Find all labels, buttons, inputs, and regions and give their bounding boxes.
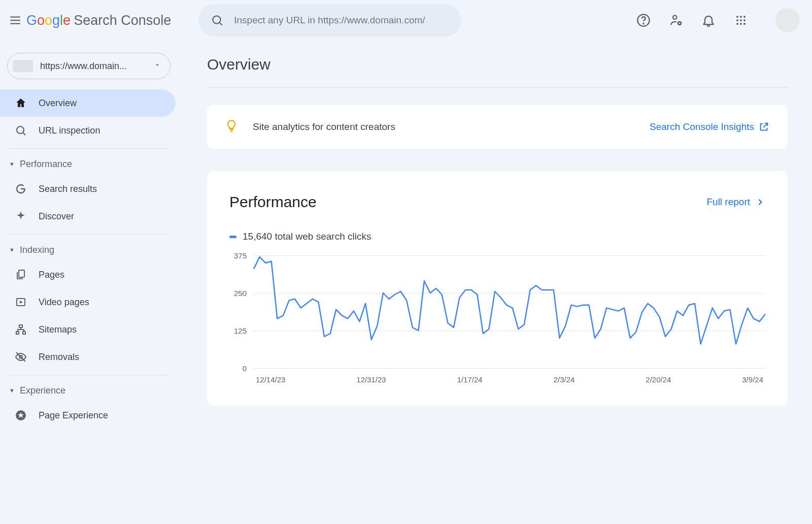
x-tick-label: 2/3/24 [554,375,575,384]
title-divider [207,87,788,88]
page-experience-icon [14,409,27,422]
sidebar-divider [9,375,168,375]
svg-point-18 [17,126,24,134]
svg-point-9 [736,16,738,18]
sidebar-item-label: Sitemaps [39,324,77,335]
svg-rect-23 [16,332,19,334]
svg-rect-20 [19,270,24,277]
sidebar-item-label: Pages [39,270,64,280]
pages-icon [14,268,27,281]
video-pages-icon [14,296,27,309]
brand-suffix: Search Console [74,13,171,28]
users-button[interactable] [669,13,683,27]
svg-line-4 [220,23,222,25]
sidebar-item-sitemaps[interactable]: Sitemaps [0,316,176,343]
svg-point-8 [678,22,681,24]
performance-chart: 3752501250 12/14/2312/31/231/17/242/3/24… [229,255,765,387]
chart-y-axis: 3752501250 [229,255,250,368]
x-tick-label: 12/14/23 [256,375,285,384]
search-container [198,4,461,37]
user-settings-icon [669,13,683,27]
svg-point-15 [736,23,738,25]
sidebar-item-label: Page Experience [39,410,108,421]
menu-button[interactable] [8,13,22,27]
insights-card: Site analytics for content creators Sear… [207,105,788,149]
sidebar-item-url-inspection[interactable]: URL inspection [0,117,176,144]
removals-icon [14,350,27,364]
sidebar-item-label: Overview [39,98,77,109]
sidebar-item-discover[interactable]: Discover [0,203,176,230]
sidebar-item-label: Removals [39,352,79,363]
sidebar-item-video-pages[interactable]: Video pages [0,288,176,316]
apps-button[interactable] [734,13,748,27]
chart-line [254,257,765,344]
chart-x-axis: 12/14/2312/31/231/17/242/3/242/20/243/9/… [254,375,765,384]
svg-point-6 [643,23,644,24]
chevron-down-icon: ▼ [9,161,15,167]
search-input[interactable] [234,15,449,26]
sidebar-item-label: Video pages [39,297,89,308]
chevron-down-icon: ▼ [9,247,15,253]
hamburger-icon [9,14,22,27]
svg-point-17 [743,23,746,25]
chevron-right-icon [755,197,765,207]
sidebar-item-pages[interactable]: Pages [0,261,176,288]
sidebar-group-indexing[interactable]: ▼ Indexing [0,239,178,261]
open-external-icon [758,121,769,133]
sidebar-item-overview[interactable]: Overview [0,89,176,117]
page-title: Overview [207,56,788,73]
svg-point-10 [740,16,742,18]
insights-link-label: Search Console Insights [650,121,754,133]
sidebar-group-label: Experience [20,385,65,396]
app-header: Google Search Console [0,0,812,41]
insights-text: Site analytics for content creators [253,121,395,133]
sidebar-item-page-experience[interactable]: Page Experience [0,402,176,429]
insights-link[interactable]: Search Console Insights [650,121,769,133]
chart-plot [254,255,765,368]
notifications-button[interactable] [701,13,716,27]
help-icon [636,13,651,27]
svg-point-14 [743,19,746,21]
sidebar-divider [9,234,168,235]
apps-grid-icon [735,14,747,26]
sitemap-icon [14,323,27,336]
lightbulb-icon [224,119,239,135]
sidebar-item-removals[interactable]: Removals [0,343,176,371]
x-tick-label: 2/20/24 [646,375,671,384]
sidebar-group-performance[interactable]: ▼ Performance [0,153,178,175]
help-button[interactable] [636,13,651,27]
sidebar: https://www.domain... Overview URL inspe… [0,41,178,524]
y-tick-label: 250 [234,289,247,298]
header-actions [636,8,800,32]
google-g-icon [14,182,27,195]
svg-point-11 [743,16,746,18]
x-tick-label: 3/9/24 [742,375,763,384]
property-favicon [13,60,33,72]
brand-logo: Google Search Console [26,13,171,28]
url-inspect-search[interactable] [198,4,461,37]
chart-legend: 15,640 total web search clicks [229,231,765,242]
sidebar-group-experience[interactable]: ▼ Experience [0,379,178,402]
main-content: Overview Site analytics for content crea… [178,41,812,524]
y-tick-label: 375 [234,251,247,260]
svg-point-3 [213,16,221,23]
y-tick-label: 0 [243,364,247,373]
performance-title: Performance [229,193,317,211]
sidebar-item-label: URL inspection [39,125,100,136]
legend-swatch [229,236,236,238]
sidebar-group-label: Performance [20,159,72,170]
full-report-link[interactable]: Full report [706,196,765,208]
svg-rect-22 [19,325,22,328]
x-tick-label: 1/17/24 [457,375,483,384]
discover-icon [14,210,27,223]
sidebar-item-label: Search results [39,184,97,194]
legend-label: 15,640 total web search clicks [243,231,371,242]
svg-point-12 [736,19,738,21]
sidebar-item-search-results[interactable]: Search results [0,175,176,203]
sidebar-group-label: Indexing [20,245,54,255]
search-icon [211,14,224,27]
property-selector[interactable]: https://www.domain... [7,53,171,79]
gridline [254,368,765,369]
account-avatar[interactable] [775,8,800,32]
sidebar-item-label: Discover [39,211,74,222]
